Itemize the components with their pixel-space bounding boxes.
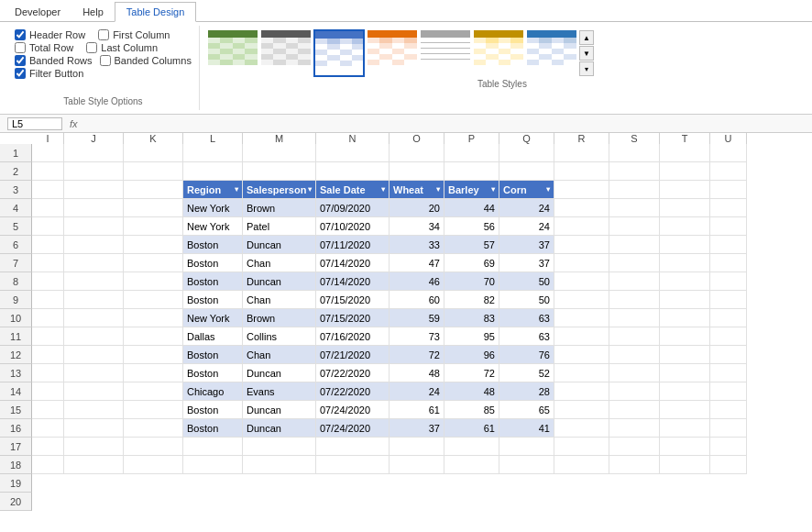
cell[interactable] (124, 419, 183, 438)
cell[interactable] (390, 456, 444, 474)
cell[interactable] (609, 309, 660, 327)
cell[interactable] (124, 217, 183, 236)
cell[interactable] (609, 382, 660, 401)
header-barley[interactable]: Barley▾ (444, 181, 499, 199)
cell-wheat[interactable]: 24 (390, 382, 444, 401)
cell[interactable] (32, 181, 64, 199)
cell[interactable] (609, 181, 660, 199)
cell-corn[interactable]: 76 (499, 346, 554, 364)
cell[interactable] (32, 327, 64, 346)
cell[interactable] (609, 456, 660, 474)
cell-salesperson[interactable]: Duncan (243, 236, 316, 254)
cell[interactable] (609, 364, 660, 382)
cell[interactable] (710, 346, 747, 364)
cell[interactable] (609, 199, 660, 217)
cell[interactable] (124, 144, 183, 162)
cell-date[interactable]: 07/22/2020 (316, 382, 390, 401)
cell[interactable] (660, 401, 710, 419)
cell[interactable] (64, 199, 124, 217)
cell-region[interactable]: New York (183, 217, 243, 236)
cell[interactable] (124, 309, 183, 327)
cell-corn[interactable]: 65 (499, 401, 554, 419)
tab-help[interactable]: Help (71, 3, 115, 21)
cell[interactable] (316, 162, 390, 181)
cell-corn[interactable]: 63 (499, 309, 554, 327)
tab-developer[interactable]: Developer (4, 3, 71, 21)
cell[interactable] (710, 291, 747, 309)
cell-barley[interactable]: 85 (444, 401, 499, 419)
cell[interactable] (124, 438, 183, 456)
cell[interactable] (554, 401, 609, 419)
cell-corn[interactable]: 50 (499, 291, 554, 309)
cell-barley[interactable]: 95 (444, 327, 499, 346)
cell[interactable] (444, 438, 499, 456)
cell-barley[interactable]: 82 (444, 291, 499, 309)
cell-wheat[interactable]: 33 (390, 236, 444, 254)
cell[interactable] (124, 254, 183, 272)
cell[interactable] (710, 217, 747, 236)
cell[interactable] (124, 162, 183, 181)
cell-barley[interactable]: 48 (444, 382, 499, 401)
cell[interactable] (710, 254, 747, 272)
cell[interactable] (390, 162, 444, 181)
cell[interactable] (32, 272, 64, 291)
cell[interactable] (609, 254, 660, 272)
cell[interactable] (660, 254, 710, 272)
cell[interactable] (316, 438, 390, 456)
cell[interactable] (124, 181, 183, 199)
cell[interactable] (64, 346, 124, 364)
cell[interactable] (32, 419, 64, 438)
cell-corn[interactable]: 63 (499, 327, 554, 346)
cell[interactable] (32, 291, 64, 309)
cell-date[interactable]: 07/10/2020 (316, 217, 390, 236)
first-column-checkbox[interactable]: First Column (98, 29, 170, 40)
cell[interactable] (32, 144, 64, 162)
cell[interactable] (609, 327, 660, 346)
cell[interactable] (660, 217, 710, 236)
cell[interactable] (64, 382, 124, 401)
cell-corn[interactable]: 24 (499, 217, 554, 236)
cell[interactable] (554, 199, 609, 217)
table-style-6[interactable] (473, 29, 524, 77)
cell-corn[interactable]: 24 (499, 199, 554, 217)
cell[interactable] (124, 346, 183, 364)
cell-corn[interactable]: 37 (499, 236, 554, 254)
style-scroll-up[interactable]: ▲ (579, 30, 594, 45)
cell[interactable] (554, 364, 609, 382)
table-style-4[interactable] (367, 29, 418, 77)
cell-date[interactable]: 07/16/2020 (316, 327, 390, 346)
cell[interactable] (554, 309, 609, 327)
cell[interactable] (390, 144, 444, 162)
cell-salesperson[interactable]: Duncan (243, 401, 316, 419)
cell[interactable] (609, 346, 660, 364)
cell[interactable] (660, 419, 710, 438)
cell[interactable] (609, 217, 660, 236)
cell[interactable] (243, 438, 316, 456)
cell-salesperson[interactable]: Patel (243, 217, 316, 236)
table-style-2[interactable] (260, 29, 312, 77)
cell-barley[interactable]: 57 (444, 236, 499, 254)
name-box[interactable] (7, 117, 62, 130)
cell-date[interactable]: 07/11/2020 (316, 236, 390, 254)
cell-corn[interactable]: 41 (499, 419, 554, 438)
cell-barley[interactable]: 72 (444, 364, 499, 382)
cell[interactable] (609, 272, 660, 291)
cell-date[interactable]: 07/15/2020 (316, 291, 390, 309)
header-region[interactable]: Region▾ (183, 181, 243, 199)
table-style-1[interactable] (207, 29, 258, 77)
cell-region[interactable]: Boston (183, 401, 243, 419)
cell[interactable] (554, 456, 609, 474)
cell[interactable] (710, 162, 747, 181)
cell[interactable] (183, 144, 243, 162)
cell[interactable] (64, 291, 124, 309)
header-corn[interactable]: Corn▾ (499, 181, 554, 199)
cell-region[interactable]: Boston (183, 346, 243, 364)
cell-region[interactable]: New York (183, 309, 243, 327)
cell[interactable] (609, 401, 660, 419)
cell[interactable] (64, 401, 124, 419)
cell[interactable] (124, 272, 183, 291)
cell[interactable] (32, 236, 64, 254)
cell[interactable] (554, 162, 609, 181)
style-scroll-down[interactable]: ▼ (579, 46, 594, 61)
cell[interactable] (710, 401, 747, 419)
